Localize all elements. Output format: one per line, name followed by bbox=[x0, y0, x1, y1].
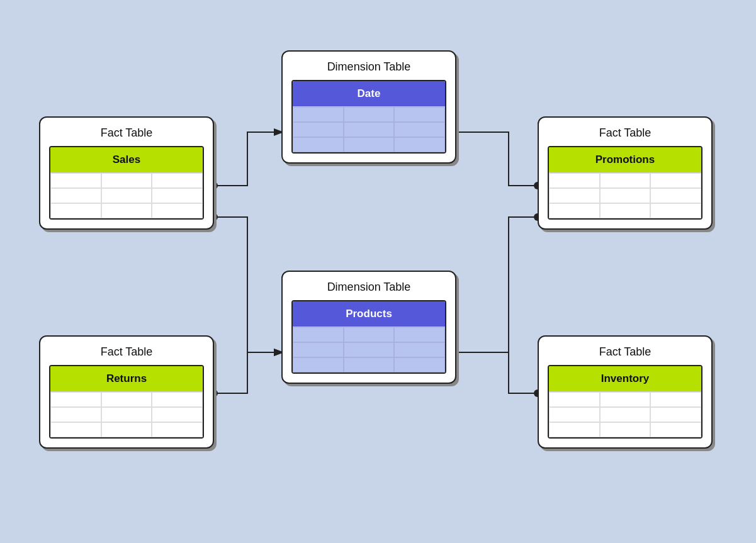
inventory-type-label: Fact Table bbox=[548, 345, 702, 359]
sales-type-label: Fact Table bbox=[49, 126, 204, 140]
cell bbox=[50, 392, 101, 407]
inventory-header: Inventory bbox=[549, 366, 701, 391]
cell bbox=[344, 122, 395, 137]
cell bbox=[344, 137, 395, 152]
cell bbox=[293, 107, 344, 122]
cell bbox=[101, 203, 152, 218]
promotions-type-label: Fact Table bbox=[548, 126, 702, 140]
sales-table-inner: Sales bbox=[49, 146, 204, 220]
cell bbox=[549, 407, 600, 422]
promotions-header: Promotions bbox=[549, 147, 701, 172]
cell bbox=[152, 407, 203, 422]
sales-header: Sales bbox=[50, 147, 203, 172]
cell bbox=[101, 392, 152, 407]
cell bbox=[549, 392, 600, 407]
cell bbox=[394, 327, 445, 342]
cell bbox=[650, 422, 701, 437]
returns-header: Returns bbox=[50, 366, 203, 391]
products-table-inner: Products bbox=[291, 300, 446, 374]
cell bbox=[344, 342, 395, 357]
cell bbox=[650, 188, 701, 203]
cell bbox=[600, 392, 651, 407]
cell bbox=[394, 107, 445, 122]
promotions-grid bbox=[549, 172, 701, 218]
date-type-label: Dimension Table bbox=[291, 60, 446, 74]
cell bbox=[394, 122, 445, 137]
cell bbox=[650, 203, 701, 218]
cell bbox=[101, 188, 152, 203]
cell bbox=[344, 327, 395, 342]
cell bbox=[152, 173, 203, 188]
products-type-label: Dimension Table bbox=[291, 281, 446, 294]
cell bbox=[600, 203, 651, 218]
cell bbox=[152, 392, 203, 407]
returns-table-inner: Returns bbox=[49, 365, 204, 439]
cell bbox=[394, 342, 445, 357]
products-grid bbox=[293, 327, 445, 372]
cell bbox=[650, 407, 701, 422]
products-header: Products bbox=[293, 301, 445, 327]
cell bbox=[50, 173, 101, 188]
cell bbox=[50, 203, 101, 218]
cell bbox=[101, 422, 152, 437]
cell bbox=[293, 357, 344, 372]
cell bbox=[50, 188, 101, 203]
sales-grid bbox=[50, 172, 203, 218]
cell bbox=[50, 407, 101, 422]
cell bbox=[549, 188, 600, 203]
returns-type-label: Fact Table bbox=[49, 345, 204, 359]
promotions-fact-table: Fact Table Promotions bbox=[538, 116, 713, 230]
cell bbox=[600, 422, 651, 437]
cell bbox=[101, 173, 152, 188]
returns-fact-table: Fact Table Returns bbox=[39, 335, 214, 449]
promotions-table-inner: Promotions bbox=[548, 146, 702, 220]
cell bbox=[394, 357, 445, 372]
inventory-fact-table: Fact Table Inventory bbox=[538, 335, 713, 449]
cell bbox=[293, 327, 344, 342]
returns-grid bbox=[50, 391, 203, 437]
inventory-grid bbox=[549, 391, 701, 437]
inventory-table-inner: Inventory bbox=[548, 365, 702, 439]
cell bbox=[344, 357, 395, 372]
cell bbox=[50, 422, 101, 437]
cell bbox=[600, 173, 651, 188]
cell bbox=[293, 137, 344, 152]
sales-fact-table: Fact Table Sales bbox=[39, 116, 214, 230]
cell bbox=[152, 422, 203, 437]
cell bbox=[600, 407, 651, 422]
cell bbox=[152, 188, 203, 203]
date-dimension-table: Dimension Table Date bbox=[281, 50, 456, 164]
products-dimension-table: Dimension Table Products bbox=[281, 271, 456, 384]
cell bbox=[549, 203, 600, 218]
cell bbox=[650, 173, 701, 188]
cell bbox=[293, 122, 344, 137]
cell bbox=[101, 407, 152, 422]
cell bbox=[600, 188, 651, 203]
date-table-inner: Date bbox=[291, 80, 446, 154]
cell bbox=[549, 422, 600, 437]
cell bbox=[344, 107, 395, 122]
diagram-container: Fact Table Sales Fact Table Returns bbox=[0, 0, 756, 543]
cell bbox=[293, 342, 344, 357]
cell bbox=[549, 173, 600, 188]
cell bbox=[394, 137, 445, 152]
cell bbox=[152, 203, 203, 218]
date-grid bbox=[293, 106, 445, 152]
cell bbox=[650, 392, 701, 407]
date-header: Date bbox=[293, 81, 445, 106]
